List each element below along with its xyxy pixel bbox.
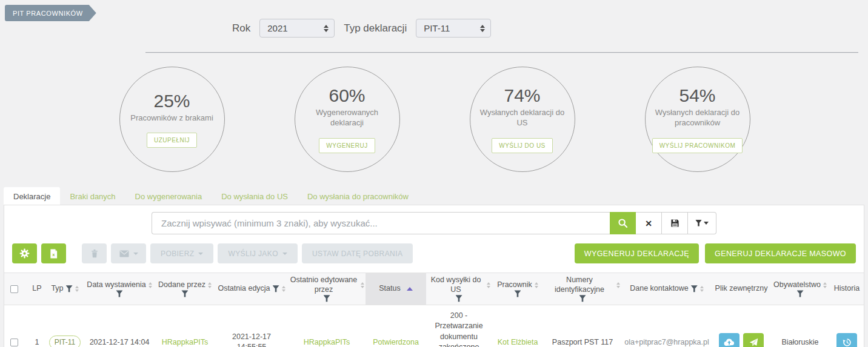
- column-header-kod-wysylki-do-us[interactable]: Kod wysyłki do US: [426, 273, 492, 305]
- set-download-date-button[interactable]: USTAW DATĘ POBRANIA: [302, 243, 413, 263]
- sort-icon[interactable]: [700, 286, 704, 292]
- chevron-down-icon: [133, 253, 138, 255]
- tab-do-wyslania-do-pracownikow[interactable]: Do wysłania do pracowników: [298, 187, 418, 207]
- column-label: Pracownik: [497, 280, 532, 290]
- filter-search-button[interactable]: [688, 212, 716, 234]
- column-header-dodane-przez[interactable]: Dodane przez: [155, 273, 215, 305]
- column-header-ostatnio-edytowane-przez[interactable]: Ostatnio edytowane przez: [288, 273, 366, 305]
- upload-external-file-button[interactable]: [719, 333, 739, 347]
- toolbar: x POBIERZ: [4, 243, 864, 263]
- stat-percent: 74%: [504, 85, 540, 106]
- send-to-us-button[interactable]: WYŚLIJ DO US: [492, 138, 553, 153]
- tab-do-wyslania-do-us[interactable]: Do wysłania do US: [212, 187, 298, 207]
- edited-by-link[interactable]: HRappkaPITs: [304, 337, 350, 347]
- set-download-date-label: USTAW DATĘ POBRANIA: [312, 250, 402, 258]
- filter-icon[interactable]: [116, 290, 122, 297]
- column-header-historia[interactable]: Historia: [830, 273, 864, 305]
- filter-icon[interactable]: [797, 290, 804, 297]
- sort-icon[interactable]: [535, 282, 538, 288]
- sort-icon[interactable]: [361, 282, 364, 288]
- filter-icon[interactable]: [66, 285, 73, 292]
- column-label: Typ: [51, 284, 63, 294]
- trash-icon: [90, 249, 99, 258]
- filter-icon[interactable]: [579, 295, 586, 302]
- generate-declarations-bulk-button[interactable]: GENERUJ DEKLARACJE MASOWO: [705, 243, 856, 263]
- select-all-checkbox[interactable]: [10, 285, 18, 293]
- row-plik-zewnetrzny: [712, 331, 770, 347]
- download-button[interactable]: POBIERZ: [150, 243, 213, 263]
- column-header-pracownik[interactable]: Pracownik: [492, 273, 544, 305]
- breadcrumb-label[interactable]: PIT PRACOWNIKÓW: [5, 5, 96, 21]
- column-label: Data wystawienia: [87, 280, 145, 290]
- email-button[interactable]: [111, 243, 146, 263]
- row-data-wystawienia: 2021-12-17 14:04: [84, 335, 155, 347]
- column-header-lp[interactable]: LP: [28, 273, 45, 305]
- row-ostatnia-edycja: 2021-12-17 14:55:55: [215, 329, 288, 347]
- column-header-numery-identyfikacyjne[interactable]: Numery identyfikacyjne: [544, 273, 621, 305]
- sort-icon[interactable]: [75, 286, 79, 292]
- filter-icon[interactable]: [691, 285, 698, 292]
- chevron-down-icon: [282, 253, 287, 255]
- delete-button[interactable]: [82, 243, 107, 263]
- declaration-type-select[interactable]: PIT-11: [416, 19, 491, 38]
- column-header-obywatelstwo[interactable]: Obywatelstwo: [770, 273, 830, 305]
- column-header-ostatnia-edycja[interactable]: Ostatnia edycja: [215, 273, 288, 305]
- filter-icon[interactable]: [324, 295, 330, 302]
- column-label: Ostatnio edytowane przez: [289, 276, 358, 294]
- clear-search-button[interactable]: ✕: [636, 212, 662, 234]
- column-header-plik-zewnetrzny[interactable]: Plik zewnętrzny: [712, 273, 770, 305]
- save-search-button[interactable]: [662, 212, 688, 234]
- year-select-value: 2021: [267, 23, 287, 33]
- column-label: Ostatnia edycja: [218, 284, 270, 294]
- fill-in-button[interactable]: UZUPEŁNIJ: [147, 133, 197, 148]
- filter-icon[interactable]: [456, 295, 462, 302]
- column-header-status[interactable]: Status: [366, 273, 426, 305]
- row-lp: 1: [28, 335, 45, 347]
- export-excel-button[interactable]: x: [41, 243, 66, 263]
- sort-icon[interactable]: [282, 286, 285, 292]
- stat-label: Wygenerowanych deklaracji: [304, 108, 391, 128]
- settings-button[interactable]: [12, 243, 37, 263]
- tab-deklaracje[interactable]: Deklaracje: [4, 187, 60, 207]
- tab-braki-danych[interactable]: Braki danych: [60, 187, 125, 207]
- row-checkbox[interactable]: [10, 339, 18, 346]
- send-file-button[interactable]: [743, 333, 764, 347]
- year-select[interactable]: 2021: [259, 19, 335, 38]
- added-by-link[interactable]: HRappkaPITs: [162, 337, 208, 347]
- stat-percent: 54%: [679, 85, 715, 106]
- generate-declaration-button[interactable]: WYGENERUJ DEKLARACJĘ: [575, 243, 699, 263]
- sort-icon[interactable]: [616, 282, 620, 288]
- history-button[interactable]: [836, 333, 857, 347]
- search-icon: [618, 218, 628, 228]
- row-dane-kontaktowe: ola+pitprac7@hrappka.pl: [621, 335, 712, 347]
- spinner-icon: [480, 25, 485, 32]
- column-header-dane-kontaktowe[interactable]: Dane kontaktowe: [621, 273, 712, 305]
- send-as-button[interactable]: WYŚLIJ JAKO: [218, 243, 297, 263]
- column-header-data-wystawienia[interactable]: Data wystawienia: [84, 273, 155, 305]
- employee-link[interactable]: Kot Elżbieta: [498, 337, 538, 347]
- search-button[interactable]: [610, 212, 636, 234]
- select-all-cell: [4, 273, 28, 305]
- sort-icon[interactable]: [149, 282, 152, 288]
- row-pracownik: Kot Elżbieta: [492, 335, 544, 347]
- filter-icon[interactable]: [514, 290, 521, 297]
- filter-icon: [695, 220, 702, 227]
- column-header-typ[interactable]: Typ: [45, 273, 84, 305]
- row-obywatelstwo: Białoruskie: [770, 335, 830, 347]
- filter-icon[interactable]: [181, 290, 188, 297]
- send-to-employees-button[interactable]: WYŚLIJ PRACOWNIKOM: [652, 138, 743, 153]
- filter-bar: Rok 2021 Typ deklaracji PIT-11: [232, 19, 491, 38]
- tab-do-wygenerowania[interactable]: Do wygenerowania: [125, 187, 212, 207]
- sort-icon[interactable]: [208, 282, 212, 288]
- declaration-type-badge[interactable]: PIT-11: [49, 335, 81, 347]
- search-input[interactable]: [152, 212, 610, 234]
- filter-icon[interactable]: [273, 285, 279, 292]
- sort-icon[interactable]: [823, 282, 827, 288]
- generate-button[interactable]: WYGENERUJ: [319, 138, 375, 153]
- stat-circle: 74% Wysłanych deklaracji do US WYŚLIJ DO…: [470, 67, 575, 172]
- row-historia: [830, 331, 864, 347]
- sort-ascending-icon[interactable]: [407, 287, 413, 291]
- sort-icon[interactable]: [487, 282, 490, 288]
- table-row: 1 PIT-11 2021-12-17 14:04 HRappkaPITs 20…: [4, 305, 864, 347]
- stat-sent-to-us: 74% Wysłanych deklaracji do US WYŚLIJ DO…: [435, 67, 610, 172]
